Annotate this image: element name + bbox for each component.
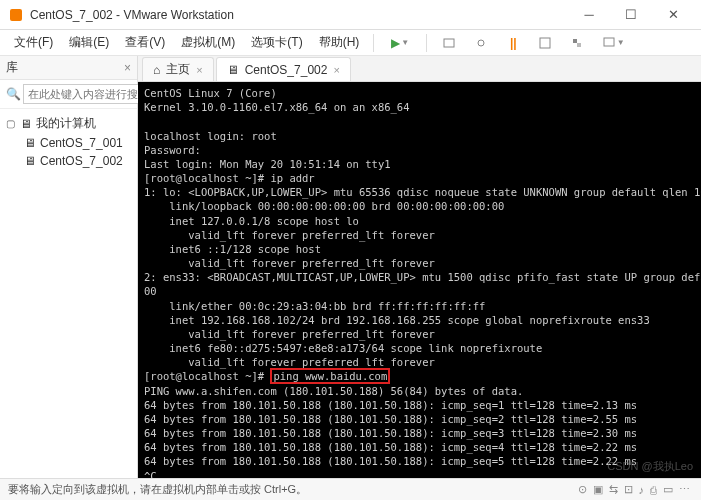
svg-rect-6 xyxy=(604,38,614,46)
vm-icon: 🖥 xyxy=(24,154,36,168)
device-icon-usb[interactable]: ⊡ xyxy=(624,483,633,496)
device-icon-network[interactable]: ⇆ xyxy=(609,483,618,496)
statusbar: 要将输入定向到该虚拟机，请在虚拟机内部单击或按 Ctrl+G。 ⊙ ▣ ⇆ ⊡ … xyxy=(0,478,701,500)
monitor-icon: 🖥 xyxy=(20,117,32,131)
device-icon-sound[interactable]: ♪ xyxy=(639,484,645,496)
window-controls: ─ ☐ ✕ xyxy=(569,1,693,29)
vm-icon: 🖥 xyxy=(24,136,36,150)
terminal[interactable]: CentOS Linux 7 (Core) Kernel 3.10.0-1160… xyxy=(138,82,701,478)
titlebar: CentOS_7_002 - VMware Workstation ─ ☐ ✕ xyxy=(0,0,701,30)
vm-icon: 🖥 xyxy=(227,63,239,77)
tree-item-vm1[interactable]: 🖥 CentOS_7_001 xyxy=(2,134,135,152)
close-button[interactable]: ✕ xyxy=(653,1,693,29)
device-icon-more[interactable]: ⋯ xyxy=(679,483,690,496)
sidebar-title: 库 xyxy=(6,59,18,76)
svg-rect-1 xyxy=(444,39,454,47)
menu-vm[interactable]: 虚拟机(M) xyxy=(175,32,241,53)
device-icon-cdrom[interactable]: ⊙ xyxy=(578,483,587,496)
menu-view[interactable]: 查看(V) xyxy=(119,32,171,53)
menu-file[interactable]: 文件(F) xyxy=(8,32,59,53)
vm-tree: ▢ 🖥 我的计算机 🖥 CentOS_7_001 🖥 CentOS_7_002 xyxy=(0,109,137,174)
tree-root-label: 我的计算机 xyxy=(36,115,96,132)
window-title: CentOS_7_002 - VMware Workstation xyxy=(30,8,569,22)
tree-root[interactable]: ▢ 🖥 我的计算机 xyxy=(2,113,135,134)
sidebar: 库 × 🔍 ▼ ▢ 🖥 我的计算机 🖥 CentOS_7_001 🖥 CentO… xyxy=(0,56,138,478)
tree-item-label: CentOS_7_001 xyxy=(40,136,123,150)
tree-item-vm2[interactable]: 🖥 CentOS_7_002 xyxy=(2,152,135,170)
suspend-button[interactable]: || xyxy=(499,30,527,56)
device-icon-display[interactable]: ▭ xyxy=(663,483,673,496)
home-icon: ⌂ xyxy=(153,63,160,77)
tab-home[interactable]: ⌂ 主页 × xyxy=(142,57,214,81)
app-icon xyxy=(8,7,24,23)
power-button[interactable]: ▶▼ xyxy=(382,30,418,56)
menu-help[interactable]: 帮助(H) xyxy=(313,32,366,53)
watermark: CSDN @我执Leo xyxy=(607,459,693,474)
highlight-ping-cmd: ping www.baidu.com xyxy=(270,368,390,384)
tab-home-label: 主页 xyxy=(166,61,190,78)
tab-close-icon[interactable]: × xyxy=(196,64,202,76)
tab-close-icon[interactable]: × xyxy=(333,64,339,76)
menu-tabs[interactable]: 选项卡(T) xyxy=(245,32,308,53)
tabs: ⌂ 主页 × 🖥 CentOS_7_002 × xyxy=(138,56,701,82)
fullscreen-button[interactable] xyxy=(531,30,559,56)
expand-icon[interactable]: ▢ xyxy=(6,118,16,129)
sidebar-close-icon[interactable]: × xyxy=(124,61,131,75)
status-text: 要将输入定向到该虚拟机，请在虚拟机内部单击或按 Ctrl+G。 xyxy=(8,482,307,497)
maximize-button[interactable]: ☐ xyxy=(611,1,651,29)
tree-item-label: CentOS_7_002 xyxy=(40,154,123,168)
menubar: 文件(F) 编辑(E) 查看(V) 虚拟机(M) 选项卡(T) 帮助(H) ▶▼… xyxy=(0,30,701,56)
device-icon-disk[interactable]: ▣ xyxy=(593,483,603,496)
search-icon: 🔍 xyxy=(6,84,21,104)
tab-vm-label: CentOS_7_002 xyxy=(245,63,328,77)
svg-rect-4 xyxy=(573,39,577,43)
settings-button[interactable] xyxy=(467,30,495,56)
unity-button[interactable] xyxy=(563,30,591,56)
svg-rect-0 xyxy=(10,9,22,21)
minimize-button[interactable]: ─ xyxy=(569,1,609,29)
main-area: ⌂ 主页 × 🖥 CentOS_7_002 × CentOS Linux 7 (… xyxy=(138,56,701,478)
tab-vm[interactable]: 🖥 CentOS_7_002 × xyxy=(216,57,351,81)
sidebar-header: 库 × xyxy=(0,56,137,80)
view-mode-button[interactable]: ▼ xyxy=(595,30,631,56)
menu-edit[interactable]: 编辑(E) xyxy=(63,32,115,53)
svg-rect-5 xyxy=(577,43,581,47)
snapshot-button[interactable] xyxy=(435,30,463,56)
device-icon-printer[interactable]: ⎙ xyxy=(650,484,657,496)
svg-point-2 xyxy=(478,40,484,46)
svg-rect-3 xyxy=(540,38,550,48)
